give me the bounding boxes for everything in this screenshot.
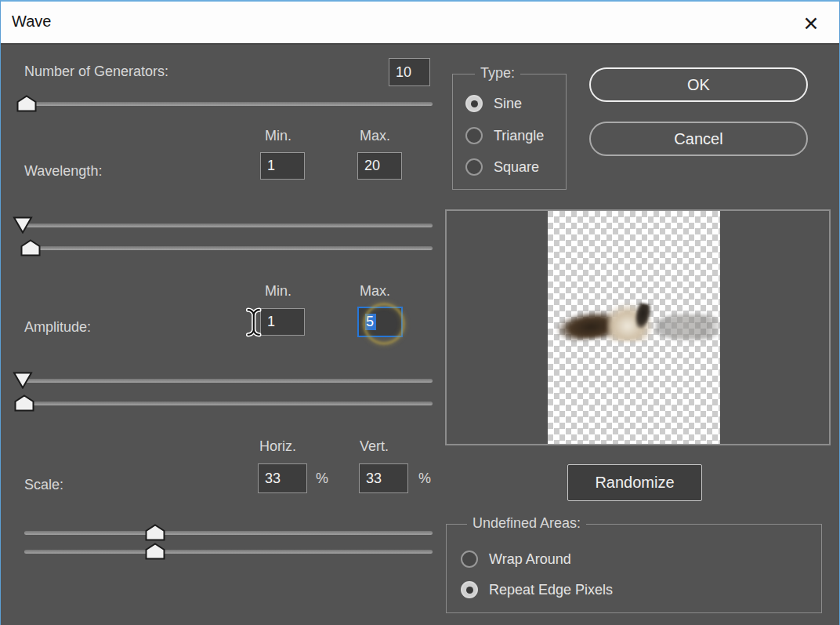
generators-label: Number of Generators: [24,64,168,80]
amplitude-max-header: Max. [360,283,390,300]
wavelength-min-header: Min. [265,128,291,144]
dialog-title: Wave [12,13,51,31]
triangle-down-thumb-icon [13,216,33,234]
ok-button[interactable]: OK [589,67,808,102]
ok-button-label: OK [687,76,710,94]
scale-label: Scale: [24,477,63,493]
undefined-areas-group: Undefined Areas: Wrap Around Repeat Edge… [446,524,822,613]
wavelength-label: Wavelength: [24,163,102,180]
pentagon-thumb-icon [145,524,165,541]
generators-slider[interactable] [24,95,433,112]
radio-dot [471,100,478,107]
slider-track[interactable] [24,550,433,554]
pentagon-thumb-icon [145,543,165,560]
slider-track[interactable] [24,223,433,227]
preview-wave-fragment-gray [656,314,720,340]
slider-track[interactable] [24,379,433,383]
radio-label: Square [494,159,539,176]
wavelength-min-input[interactable] [260,152,305,180]
scale-vert-unit: % [418,471,431,487]
scale-vert-input[interactable] [359,463,408,493]
amplitude-min-header: Min. [265,283,291,300]
close-button[interactable]: ✕ [794,8,828,39]
slider-track[interactable] [24,246,433,250]
amplitude-min-slider-thumb[interactable] [13,372,33,389]
undefined-areas-title: Undefined Areas: [467,515,586,532]
radio-wrap-around[interactable] [461,551,478,568]
radio-repeat-edge-pixels[interactable] [461,581,478,598]
wave-dialog: Wave ✕ Number of Generators: Min. Max. W… [0,0,840,625]
type-option-sine[interactable]: Sine [465,95,522,112]
radio-label: Repeat Edge Pixels [489,582,613,598]
amplitude-min-slider[interactable] [24,372,433,389]
pentagon-thumb-icon [14,394,34,412]
scale-horiz-unit: % [316,471,328,487]
undefined-option-wrap-around[interactable]: Wrap Around [461,551,571,568]
wavelength-max-header: Max. [360,128,390,144]
amplitude-max-input[interactable]: 5 [357,307,403,337]
generators-slider-thumb[interactable] [16,95,37,112]
scale-horiz-slider[interactable] [24,524,433,541]
scale-vert-slider[interactable] [24,543,433,560]
radio-sine[interactable] [465,95,483,112]
amplitude-max-slider-thumb[interactable] [14,394,34,412]
slider-track[interactable] [24,531,433,535]
radio-label: Sine [494,96,522,112]
type-group: Type: Sine Triangle Square [452,74,567,190]
slider-track[interactable] [24,402,433,405]
cancel-button[interactable]: Cancel [589,122,808,156]
radio-square[interactable] [465,158,483,176]
preview-wave-fragment-dark [556,310,614,342]
radio-label: Wrap Around [489,551,571,568]
radio-triangle[interactable] [465,127,483,144]
randomize-button-label: Randomize [595,474,674,492]
slider-track[interactable] [24,102,433,106]
wavelength-max-slider[interactable] [24,239,433,256]
randomize-button[interactable]: Randomize [567,464,702,501]
title-bar[interactable]: Wave ✕ [1,2,839,45]
close-icon: ✕ [803,13,820,35]
scale-horiz-input[interactable] [258,463,307,493]
undefined-option-repeat-edge-pixels[interactable]: Repeat Edge Pixels [461,581,613,598]
wavelength-max-slider-thumb[interactable] [20,239,41,256]
scale-horiz-slider-thumb[interactable] [145,524,165,541]
wavelength-min-slider[interactable] [24,216,433,234]
type-group-title: Type: [475,65,520,82]
amplitude-min-input[interactable] [260,308,305,336]
scale-horiz-header: Horiz. [259,438,296,455]
generators-input[interactable] [389,58,430,86]
type-option-square[interactable]: Square [465,158,539,176]
pentagon-thumb-icon [20,239,41,256]
cancel-button-label: Cancel [674,130,722,148]
preview-panel [445,209,831,445]
wavelength-min-slider-thumb[interactable] [13,216,33,234]
scale-vert-slider-thumb[interactable] [145,543,165,560]
radio-label: Triangle [494,128,544,144]
wavelength-max-input[interactable] [357,152,402,180]
triangle-down-thumb-icon [13,372,33,389]
type-option-triangle[interactable]: Triangle [465,127,544,144]
preview-transparency-checkerboard [548,211,720,444]
amplitude-label: Amplitude: [24,319,91,336]
scale-vert-header: Vert. [360,438,389,455]
amplitude-max-slider[interactable] [24,394,433,412]
radio-dot [466,587,473,594]
pentagon-thumb-icon [16,95,37,112]
selected-text: 5 [365,314,376,330]
